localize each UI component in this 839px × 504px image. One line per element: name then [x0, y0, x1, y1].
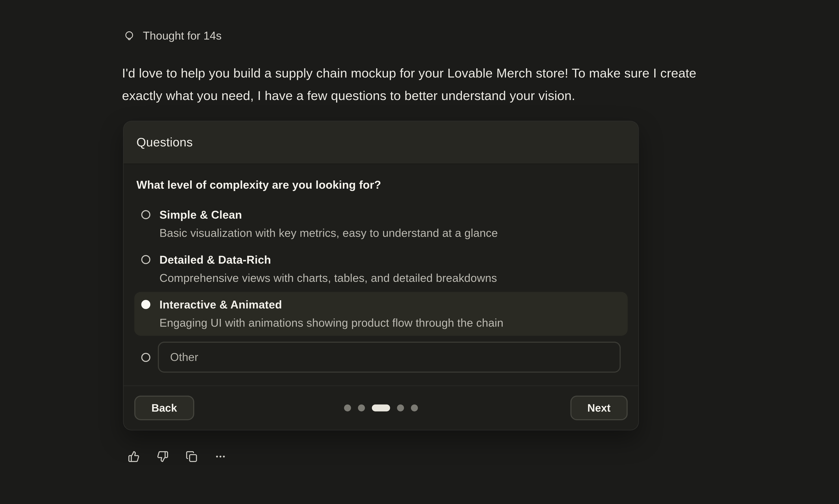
option-description: Basic visualization with key metrics, ea…	[159, 224, 498, 242]
ellipsis-icon	[214, 451, 226, 463]
option-detailed-data-rich[interactable]: Detailed & Data-Rich Comprehensive views…	[134, 247, 628, 291]
card-title: Questions	[137, 135, 193, 150]
option-label: Interactive & Animated	[159, 296, 504, 314]
copy-icon	[186, 451, 197, 463]
radio-button[interactable]	[141, 210, 150, 219]
radio-button-checked[interactable]	[141, 300, 150, 309]
option-texts: Simple & Clean Basic visualization with …	[159, 206, 498, 242]
radio-button[interactable]	[141, 255, 150, 264]
option-label: Detailed & Data-Rich	[159, 251, 497, 269]
option-texts: Detailed & Data-Rich Comprehensive views…	[159, 251, 497, 287]
assistant-message: I'd love to help you build a supply chai…	[122, 62, 724, 107]
message-actions	[125, 447, 229, 466]
thumbs-up-button[interactable]	[125, 447, 143, 466]
option-label: Simple & Clean	[159, 206, 498, 224]
thumbs-up-icon	[128, 451, 140, 463]
back-button[interactable]: Back	[134, 396, 194, 420]
questions-card-footer: Back Next	[124, 385, 639, 430]
radio-button[interactable]	[141, 353, 150, 361]
option-other[interactable]	[134, 342, 628, 373]
more-options-button[interactable]	[211, 447, 230, 466]
pagination-dot	[372, 404, 390, 411]
thumbs-down-icon	[157, 451, 169, 463]
pagination-dots	[344, 404, 418, 411]
thought-toggle[interactable]: Thought for 14s	[124, 29, 222, 42]
option-interactive-animated[interactable]: Interactive & Animated Engaging UI with …	[134, 292, 628, 336]
pagination-dot	[358, 404, 365, 411]
questions-card-header: Questions	[124, 121, 639, 164]
other-input[interactable]	[158, 342, 621, 373]
pagination-dot	[344, 404, 351, 411]
questions-card-body: What level of complexity are you looking…	[124, 164, 639, 385]
pagination-dot	[397, 404, 404, 411]
lightbulb-icon	[124, 30, 135, 42]
chat-page: Thought for 14s I'd love to help you bui…	[0, 0, 839, 504]
question-text: What level of complexity are you looking…	[137, 179, 628, 191]
next-button[interactable]: Next	[570, 396, 628, 420]
thumbs-down-button[interactable]	[154, 447, 172, 466]
option-simple-clean[interactable]: Simple & Clean Basic visualization with …	[134, 202, 628, 246]
option-description: Engaging UI with animations showing prod…	[159, 314, 504, 332]
option-description: Comprehensive views with charts, tables,…	[159, 269, 497, 287]
thought-label: Thought for 14s	[143, 29, 222, 42]
pagination-dot	[411, 404, 418, 411]
questions-card: Questions What level of complexity are y…	[123, 121, 639, 430]
copy-button[interactable]	[182, 447, 200, 466]
option-texts: Interactive & Animated Engaging UI with …	[159, 296, 504, 332]
